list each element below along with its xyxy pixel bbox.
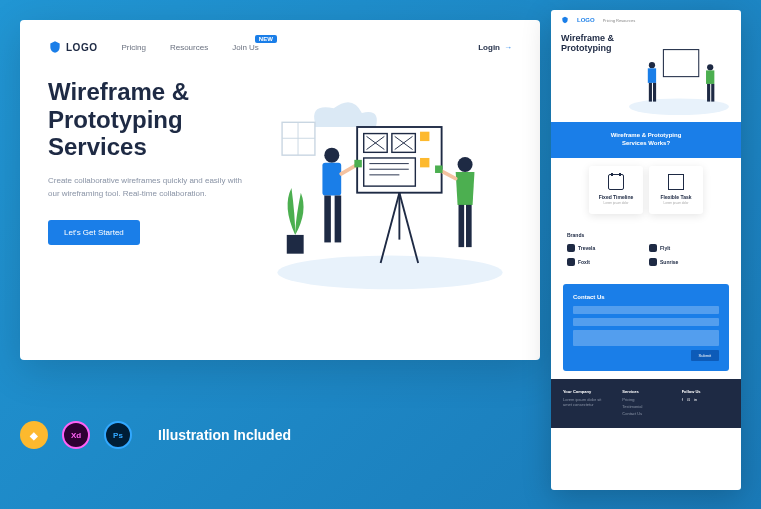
svg-rect-33 <box>663 50 698 77</box>
pv-card-desc: Lorem ipsum dolor <box>657 202 695 206</box>
pv-brand-item: Sunrise <box>649 258 725 266</box>
pv-card-desc: Lorem ipsum dolor <box>597 202 635 206</box>
xd-icon: Xd <box>62 421 90 449</box>
nav-join[interactable]: Join Us NEW <box>232 43 259 52</box>
nav-resources[interactable]: Resources <box>170 43 208 52</box>
pv-card-title: Flexible Task <box>657 194 695 200</box>
new-badge: NEW <box>255 35 277 43</box>
main-preview-card: LOGO Pricing Resources Join Us NEW Login… <box>20 20 540 360</box>
svg-rect-40 <box>707 84 710 102</box>
login-link[interactable]: Login → <box>478 43 512 52</box>
arrow-right-icon: → <box>504 43 512 52</box>
nav-join-label: Join Us <box>232 43 259 52</box>
svg-rect-24 <box>459 205 465 247</box>
pv-submit-button[interactable]: Submit <box>691 350 719 361</box>
illustration-included-label: Illustration Included <box>158 427 291 443</box>
pv-footer: Your Company Lorem ipsum dolor sit amet … <box>551 379 741 428</box>
svg-rect-36 <box>649 83 652 102</box>
pv-brand-item: FoxIt <box>567 258 643 266</box>
navbar: LOGO Pricing Resources Join Us NEW Login… <box>48 40 512 54</box>
svg-point-17 <box>324 148 339 163</box>
pv-input-email[interactable] <box>573 318 719 326</box>
pv-contact-title: Contact Us <box>573 294 719 300</box>
pv-input-name[interactable] <box>573 306 719 314</box>
pv-section-title-l1: Wireframe & Prototyping <box>561 132 731 138</box>
pv-feature-cards: Fixed Timeline Lorem ipsum dolor Flexibl… <box>551 158 741 222</box>
pv-how-works: Wireframe & Prototyping Services Works? <box>551 122 741 158</box>
brand-icon <box>567 244 575 252</box>
pv-brands: Brands Trevela FlyIt FoxIt Sunrise <box>551 222 741 276</box>
facebook-icon[interactable]: f <box>682 397 683 402</box>
full-page-preview: LOGO Pricing Resources Wireframe & Proto… <box>551 10 741 490</box>
linkedin-icon[interactable]: in <box>694 397 697 402</box>
ps-icon: Ps <box>104 421 132 449</box>
pv-hero: Wireframe & Prototyping <box>551 30 741 122</box>
pv-input-message[interactable] <box>573 330 719 346</box>
svg-point-34 <box>649 62 655 68</box>
pv-hero-illustration <box>627 34 731 118</box>
instagram-icon[interactable]: ⊡ <box>687 397 690 402</box>
pv-section-title-l2: Services Works? <box>561 140 731 146</box>
pv-brands-title: Brands <box>567 232 725 238</box>
hero-illustration <box>268 78 512 298</box>
svg-rect-25 <box>466 205 472 247</box>
svg-point-23 <box>458 157 473 172</box>
pv-header: LOGO Pricing Resources <box>551 10 741 30</box>
pv-contact-form: Contact Us Submit <box>563 284 729 371</box>
cta-button[interactable]: Let's Get Started <box>48 220 140 245</box>
login-label: Login <box>478 43 500 52</box>
logo[interactable]: LOGO <box>48 40 97 54</box>
hero-title: Wireframe & Prototyping Services <box>48 78 248 161</box>
pv-footer-company: Your Company Lorem ipsum dolor sit amet … <box>563 389 610 418</box>
svg-point-0 <box>277 256 502 290</box>
hero-text: Wireframe & Prototyping Services Create … <box>48 78 248 298</box>
tools-bar: ◆ Xd Ps Illustration Included <box>20 421 291 449</box>
pv-brand-item: Trevela <box>567 244 643 252</box>
svg-line-15 <box>399 193 418 263</box>
pv-card-flexible: Flexible Task Lorem ipsum dolor <box>649 166 703 214</box>
pv-nav: Pricing Resources <box>603 18 635 23</box>
svg-rect-28 <box>287 235 304 254</box>
svg-rect-37 <box>653 83 656 102</box>
pv-hero-title: Wireframe & Prototyping <box>561 34 621 54</box>
svg-rect-41 <box>711 84 714 102</box>
svg-line-14 <box>381 193 400 263</box>
pv-brand-item: FlyIt <box>649 244 725 252</box>
brand-icon <box>649 244 657 252</box>
pv-card-title: Fixed Timeline <box>597 194 635 200</box>
svg-rect-19 <box>324 196 331 243</box>
svg-line-26 <box>442 171 456 179</box>
svg-rect-22 <box>354 160 362 168</box>
svg-rect-12 <box>420 132 429 141</box>
svg-point-38 <box>707 64 713 70</box>
calendar-icon <box>608 174 624 190</box>
hero-section: Wireframe & Prototyping Services Create … <box>48 78 512 298</box>
pv-card-timeline: Fixed Timeline Lorem ipsum dolor <box>589 166 643 214</box>
pv-footer-services: Services Pricing Testimonial Contact Us <box>622 389 669 418</box>
layers-icon <box>668 174 684 190</box>
svg-rect-20 <box>335 196 342 243</box>
brand-icon <box>567 258 575 266</box>
pv-logo-icon <box>561 16 569 24</box>
nav-pricing[interactable]: Pricing <box>121 43 145 52</box>
logo-icon <box>48 40 62 54</box>
pv-footer-follow: Follow Us f ⊡ in <box>682 389 729 418</box>
svg-rect-27 <box>435 165 443 173</box>
svg-rect-18 <box>322 163 341 196</box>
sketch-icon: ◆ <box>20 421 48 449</box>
svg-rect-39 <box>706 70 714 84</box>
hero-description: Create collaborative wireframes quickly … <box>48 175 248 201</box>
brand-icon <box>649 258 657 266</box>
pv-logo-text: LOGO <box>577 17 595 23</box>
svg-rect-13 <box>420 158 429 167</box>
logo-text: LOGO <box>66 42 97 53</box>
svg-rect-35 <box>648 68 656 83</box>
